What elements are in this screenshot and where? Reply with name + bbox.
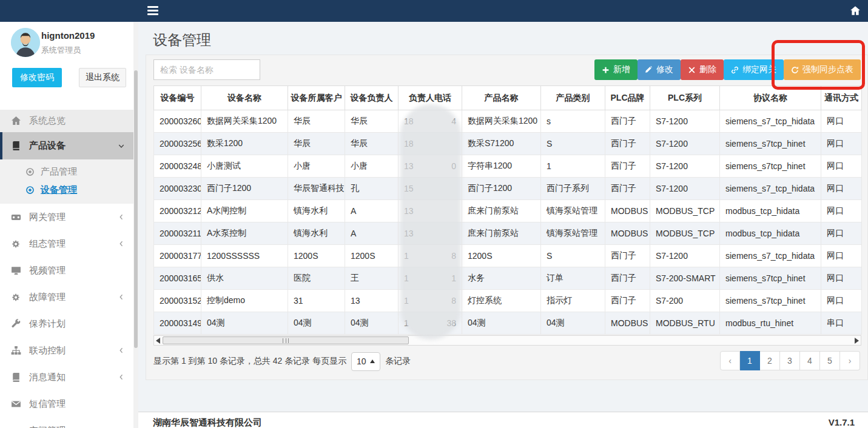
col-protocol: 协议名称 [720,86,821,110]
gears-icon [11,292,21,303]
sidebar-scrollbar[interactable] [133,22,138,428]
chevron-left-icon [118,213,125,221]
col-device-name: 设备名称 [201,86,288,110]
sidebar-item-message-notification[interactable]: 消息通知 [0,364,135,390]
gears-icon [11,239,21,249]
main-content: 设备管理 新增 修改 删除 绑定网关 强制同步点表 [138,22,868,428]
page-button-2[interactable]: 2 [760,351,780,370]
table-row[interactable]: 200003260 数据网关采集1200 华辰 华辰 184 数据网关采集120… [154,110,862,133]
col-phone: 负责人电话 [399,86,462,110]
table-row[interactable]: 200003152 控制demo 31 13 18 灯控系统 指示灯 西门子 S… [154,290,862,312]
table-row[interactable]: 200003256 数采1200 华辰 华辰 18 数采S71200 S 西门子… [154,133,862,155]
table-row[interactable]: 200003149 04测 04测 04测 138 04测 04测 MODBUS… [154,312,862,335]
monitor-icon [11,266,21,276]
phone-cell: 11 [399,267,462,290]
sidebar-item-configuration-management[interactable]: 组态管理 [0,230,135,257]
sidebar: hignton2019 系统管理员 修改密码 退出系统 系统总览 产品设备 产品… [0,22,138,428]
col-product-name: 产品名称 [462,86,541,110]
col-customer: 设备所属客户 [288,86,345,110]
logout-button[interactable]: 退出系统 [79,68,126,87]
refresh-icon [791,66,799,74]
chevron-down-icon [118,142,125,150]
gateway-icon [11,212,21,222]
chevron-left-icon [118,240,125,247]
home-icon [11,116,21,126]
search-input[interactable] [153,59,260,80]
sidebar-item-linkage-control[interactable]: 联动控制 [0,337,135,364]
col-comm-mode: 通讯方式 [821,86,862,110]
home-icon[interactable] [850,5,861,16]
avatar [11,28,40,57]
col-owner: 设备负责人 [345,86,399,110]
toolbar: 新增 修改 删除 绑定网关 强制同步点表 [594,59,861,80]
sidebar-item-maintenance-plan[interactable]: 保养计划 [0,310,135,337]
user-role: 系统管理员 [41,45,81,56]
prev-page-button[interactable]: ‹ [720,351,740,370]
table-row[interactable]: 200003248 小唐测试 小唐 小唐 130 字符串1200 1 西门子 S… [154,155,862,178]
col-product-category: 产品类别 [541,86,605,110]
horizontal-scrollbar-thumb[interactable] [163,336,409,344]
book-icon [11,141,21,151]
table-row[interactable]: 200003211 A水泵控制 镇海水利 A 13 庶来门前泵站 镇海泵站管理 … [154,222,862,245]
col-device-id: 设备编号 [154,86,201,110]
sidebar-item-video-management[interactable]: 视频管理 [0,257,135,284]
sidebar-item-gateway-management[interactable]: 网关管理 [0,204,135,230]
table-row[interactable]: 200003212 A水闸控制 镇海水利 A 13 庶来门前泵站 镇海泵站管理 … [154,200,862,222]
sidebar-item-sms-management[interactable]: 短信管理 [0,390,135,417]
page-title: 设备管理 [153,30,211,50]
sidebar-item-product-device[interactable]: 产品设备 [0,132,135,159]
phone-cell: 13 [399,200,462,222]
user-panel: hignton2019 系统管理员 修改密码 退出系统 [0,22,138,110]
book-icon [11,372,21,383]
product-device-submenu: 产品管理 设备管理 [0,159,135,204]
bind-gateway-button[interactable]: 绑定网关 [724,59,784,80]
sidebar-menu: 系统总览 产品设备 产品管理 设备管理 网关管理 组态管理 [0,110,135,428]
device-table-panel: 新增 修改 删除 绑定网关 强制同步点表 [146,55,868,380]
col-plc-brand: PLC品牌 [605,86,650,110]
force-sync-points-button[interactable]: 强制同步点表 [784,59,861,80]
device-table: 设备编号 设备名称 设备所属客户 设备负责人 负责人电话 产品名称 产品类别 P… [153,85,862,335]
chevron-left-icon [118,373,125,381]
sidebar-item-system-overview[interactable]: 系统总览 [0,110,135,132]
caret-up-icon [370,359,375,363]
phone-cell: 15 [399,178,462,200]
sidebar-item-device-management[interactable]: 设备管理 [0,181,135,199]
x-icon [688,66,696,74]
sidebar-scrollbar-thumb[interactable] [134,70,138,348]
horizontal-scrollbar[interactable] [153,335,861,346]
page-button-4[interactable]: 4 [800,351,820,370]
table-body: 200003260 数据网关采集1200 华辰 华辰 184 数据网关采集120… [154,110,862,335]
sidebar-toggle-hamburger-icon[interactable] [147,6,158,15]
phone-cell: 18 [399,245,462,267]
chevron-left-icon [118,293,125,301]
page-button-5[interactable]: 5 [820,351,840,370]
dot-circle-icon [25,186,35,195]
scroll-left-arrow-icon[interactable] [156,338,160,344]
link-icon [731,66,739,74]
table-row[interactable]: 200003230 西门子1200 华辰智通科技 孔 15 西门子1200 西门… [154,178,862,200]
chevron-left-icon [118,347,125,354]
pagination-summary: 显示第 1 到第 10 条记录，总共 42 条记录 每页显示 10 条记录 [153,351,411,372]
sidebar-item-space-management[interactable]: 空间管理 [0,417,135,428]
phone-cell: 138 [399,312,462,335]
sitemap-icon [11,346,21,356]
col-plc-series: PLC系列 [650,86,720,110]
change-password-button[interactable]: 修改密码 [12,68,62,87]
delete-button[interactable]: 删除 [681,59,724,80]
scroll-right-arrow-icon[interactable] [855,338,859,344]
sidebar-item-fault-management[interactable]: 故障管理 [0,284,135,310]
page-button-3[interactable]: 3 [780,351,800,370]
next-page-button[interactable]: › [840,351,860,370]
dot-circle-icon [25,167,35,176]
table-row[interactable]: 200003177 1200SSSSSS 1200S 1200S 18 1200… [154,245,862,267]
footer: 湖南华辰智通科技有限公司 V1.7.1 [138,412,868,428]
edit-button[interactable]: 修改 [638,59,681,80]
add-button[interactable]: 新增 [594,59,638,80]
page-size-select[interactable]: 10 [351,352,380,371]
page-button-1[interactable]: 1 [740,351,760,370]
sidebar-item-product-management[interactable]: 产品管理 [0,162,135,181]
phone-cell: 18 [399,133,462,155]
table-header: 设备编号 设备名称 设备所属客户 设备负责人 负责人电话 产品名称 产品类别 P… [154,86,862,110]
table-row[interactable]: 200003165 供水 医院 王 11 水务 订单 西门子 S7-200-SM… [154,267,862,290]
wrench-icon [11,319,21,329]
